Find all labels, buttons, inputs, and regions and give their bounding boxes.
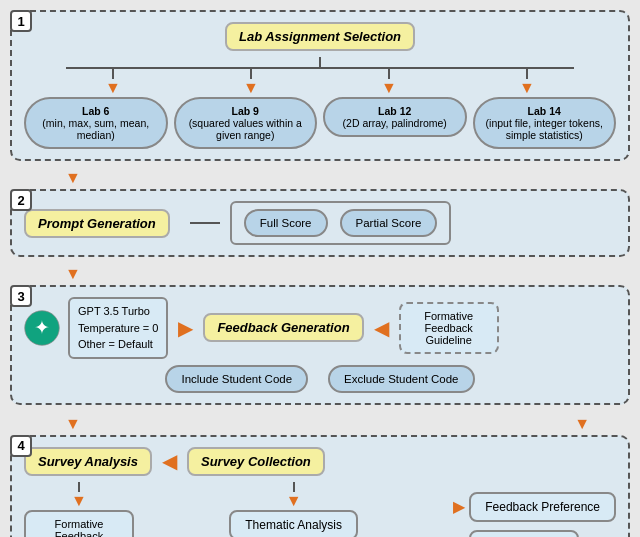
survey-collection-box: Survey Collection: [187, 447, 325, 476]
preference-row: ▶ Feedback Preference: [453, 492, 616, 522]
lab-14-subtitle: (input file, integer tokens, simple stat…: [485, 117, 605, 141]
lab-14-box: Lab 14 (input file, integer tokens, simp…: [473, 97, 617, 149]
arrow-to-thematic: [286, 492, 302, 510]
arrow-from-guideline: ◀: [374, 316, 389, 340]
survey-analysis-box: Survey Analysis: [24, 447, 152, 476]
diagram: 1 Lab Assignment Selection Lab 6: [10, 10, 630, 537]
right-feedback-col: ▶ Feedback Preference ▶ Feedback Improve…: [453, 492, 616, 538]
gpt-param-0: GPT 3.5 Turbo: [78, 303, 158, 320]
lab-6-box: Lab 6 (min, max, sum, mean, median): [24, 97, 168, 149]
arrow-collection-to-analysis: ◀: [162, 449, 177, 473]
lab-6-title: Lab 6: [36, 105, 156, 117]
arrow-1-to-2: [10, 169, 630, 187]
lab-assignment-selection-box: Lab Assignment Selection: [225, 22, 415, 51]
labs-row: Lab 6 (min, max, sum, mean, median) Lab …: [24, 97, 616, 149]
svg-text:✦: ✦: [34, 317, 50, 338]
section4-bottom-row: Formative Feedback Alignment Thematic An…: [24, 482, 616, 538]
alignment-col: Formative Feedback Alignment: [24, 482, 134, 538]
line-to-thematic: [293, 482, 295, 492]
arrow-to-preference: ▶: [453, 497, 465, 516]
arrow-3-to-4-right: [574, 415, 630, 433]
improvement-row: ▶ Feedback Improvement Suggestion: [453, 530, 616, 538]
feedback-preference-box: Feedback Preference: [469, 492, 616, 522]
section-number-1: 1: [10, 10, 32, 32]
section-number-4: 4: [10, 435, 32, 457]
formative-feedback-alignment-box: Formative Feedback Alignment: [24, 510, 134, 538]
arrow-2-to-3: [10, 265, 630, 283]
line-h: [190, 222, 220, 224]
lab-9-subtitle: (squared values within a given range): [186, 117, 306, 141]
section-2: 2 Prompt Generation Full Score Partial S…: [10, 189, 630, 257]
lab-9-title: Lab 9: [186, 105, 306, 117]
lab-9-box: Lab 9 (squared values within a given ran…: [174, 97, 318, 149]
arrow-to-feedback: ▶: [178, 316, 193, 340]
gpt-params-box: GPT 3.5 Turbo Temperature = 0 Other = De…: [68, 297, 168, 359]
section-1: 1 Lab Assignment Selection Lab 6: [10, 10, 630, 161]
line-to-alignment: [78, 482, 80, 492]
section-3: 3 ✦ GPT 3.5 Turbo Temperature = 0 Other …: [10, 285, 630, 405]
section-number-2: 2: [10, 189, 32, 211]
lab-12-subtitle: (2D array, palindrome): [335, 117, 455, 129]
feedback-generation-box: Feedback Generation: [203, 313, 363, 342]
feedback-improvement-box: Feedback Improvement Suggestion: [469, 530, 579, 538]
prompt-generation-box: Prompt Generation: [24, 209, 170, 238]
openai-icon: ✦: [24, 310, 60, 346]
thematic-col: Thematic Analysis: [144, 482, 443, 538]
formative-feedback-guideline-box: Formative Feedback Guideline: [399, 302, 499, 354]
section4-top-row: Survey Analysis ◀ Survey Collection: [24, 447, 616, 476]
gpt-param-2: Other = Default: [78, 336, 158, 353]
include-student-code-box: Include Student Code: [165, 365, 308, 393]
section2-row: Prompt Generation Full Score Partial Sco…: [24, 201, 616, 245]
section-number-3: 3: [10, 285, 32, 307]
section3-row: ✦ GPT 3.5 Turbo Temperature = 0 Other = …: [24, 297, 616, 359]
gpt-param-1: Temperature = 0: [78, 320, 158, 337]
exclude-student-code-box: Exclude Student Code: [328, 365, 474, 393]
arrows-3-to-4: [10, 413, 630, 435]
arrow-3-to-4-left: [10, 415, 81, 433]
lab-14-title: Lab 14: [485, 105, 605, 117]
arrow-to-alignment: [71, 492, 87, 510]
thematic-analysis-box: Thematic Analysis: [229, 510, 358, 538]
partial-score-box: Partial Score: [340, 209, 438, 237]
lab-12-title: Lab 12: [335, 105, 455, 117]
section-4: 4 Survey Analysis ◀ Survey Collection Fo…: [10, 435, 630, 538]
full-score-box: Full Score: [244, 209, 328, 237]
lab-6-subtitle: (min, max, sum, mean, median): [36, 117, 156, 141]
section1-top: Lab Assignment Selection: [24, 22, 616, 51]
section3-bottom: Include Student Code Exclude Student Cod…: [24, 365, 616, 393]
lab-12-box: Lab 12 (2D array, palindrome): [323, 97, 467, 137]
score-options-box: Full Score Partial Score: [230, 201, 452, 245]
